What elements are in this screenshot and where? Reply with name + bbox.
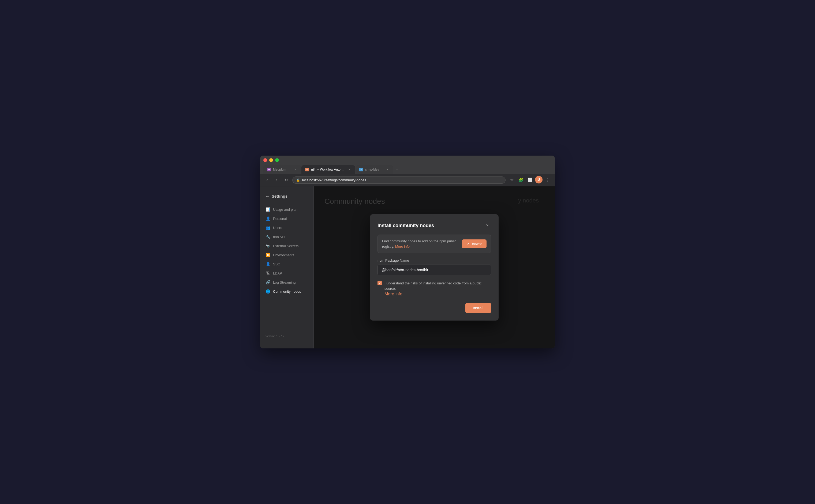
- install-modal: Install community nodes × Find community…: [370, 214, 499, 321]
- risk-checkbox[interactable]: ✓: [377, 281, 382, 285]
- more-info-link[interactable]: More info: [395, 245, 410, 249]
- modal-close-button[interactable]: ×: [484, 222, 491, 229]
- sidebar-item-log-streaming[interactable]: 🔗 Log Streaming: [260, 278, 313, 287]
- npm-input[interactable]: [377, 265, 491, 275]
- api-label: n8n API: [273, 235, 285, 239]
- sidebar-item-sso[interactable]: 👤 SSO: [260, 259, 313, 269]
- reload-button[interactable]: ↻: [283, 176, 290, 184]
- api-icon: 🔧: [265, 234, 270, 239]
- sidebar-item-community-nodes[interactable]: 🌐 Community nodes: [260, 287, 313, 296]
- info-text: Find community nodes to add on the npm p…: [382, 239, 459, 249]
- sidebar-item-usage-and-plan[interactable]: 📊 Usage and plan: [260, 205, 313, 214]
- tab-medplum[interactable]: M Medplum ✕: [263, 165, 301, 174]
- browse-button[interactable]: ↗ Browse: [462, 239, 487, 248]
- menu-icon[interactable]: ⋮: [544, 176, 552, 184]
- tabs-bar: M Medplum ✕ n8 n8n – Workflow Automation…: [263, 165, 552, 174]
- maximize-traffic-light[interactable]: [275, 158, 279, 162]
- browser-chrome: M Medplum ✕ n8 n8n – Workflow Automation…: [260, 156, 555, 174]
- sidebar-item-ldap[interactable]: 🏗 LDAP: [260, 269, 313, 278]
- sso-label: SSO: [273, 262, 280, 266]
- modal-overlay: Install community nodes × Find community…: [314, 186, 555, 348]
- sidebar-item-personal[interactable]: 👤 Personal: [260, 214, 313, 223]
- tab-close-n8n[interactable]: ✕: [347, 167, 351, 172]
- checkmark-icon: ✓: [378, 281, 381, 285]
- sidebar-item-environments[interactable]: 🔀 Environments: [260, 250, 313, 259]
- sidebar-item-n8n-api[interactable]: 🔧 n8n API: [260, 232, 313, 241]
- sidebar-item-external-secrets[interactable]: 📷 External Secrets: [260, 241, 313, 250]
- environments-label: Environments: [273, 253, 294, 257]
- tab-title-n8n: n8n – Workflow Automation: [311, 168, 345, 171]
- traffic-lights: [263, 158, 552, 162]
- personal-label: Personal: [273, 217, 287, 221]
- sso-icon: 👤: [265, 262, 270, 266]
- browser-window: M Medplum ✕ n8 n8n – Workflow Automation…: [260, 156, 555, 348]
- sidebar-back-button[interactable]: ← Settings: [260, 192, 313, 201]
- tab-title-smtp: smtp4dev: [365, 168, 383, 171]
- tab-n8n[interactable]: n8 n8n – Workflow Automation ✕: [301, 165, 355, 174]
- checkbox-row: ✓ I understand the risks of installing u…: [377, 281, 491, 296]
- log-streaming-icon: 🔗: [265, 280, 270, 285]
- tab-title-medplum: Medplum: [273, 168, 291, 171]
- tab-close-smtp[interactable]: ✕: [385, 167, 389, 172]
- usage-label: Usage and plan: [273, 208, 297, 212]
- version-text: Version 1.27.2: [260, 329, 313, 343]
- address-text: localhost:5678/settings/community-nodes: [302, 178, 366, 182]
- settings-label: Settings: [272, 194, 287, 198]
- ldap-label: LDAP: [273, 271, 282, 275]
- users-icon: 👥: [265, 225, 270, 230]
- npm-label: npm Package Name: [377, 258, 491, 262]
- install-button[interactable]: Install: [466, 303, 491, 313]
- environments-icon: 🔀: [265, 253, 270, 257]
- address-bar-row: ‹ › ↻ 🔒 localhost:5678/settings/communit…: [260, 174, 555, 186]
- info-box: Find community nodes to add on the npm p…: [377, 235, 491, 253]
- community-nodes-icon: 🌐: [265, 289, 270, 294]
- sidebar-item-users[interactable]: 👥 Users: [260, 223, 313, 232]
- minimize-traffic-light[interactable]: [269, 158, 273, 162]
- checkbox-text: I understand the risks of installing unv…: [384, 281, 491, 296]
- info-description: Find community nodes to add on the npm p…: [382, 239, 456, 249]
- modal-title: Install community nodes: [377, 223, 434, 228]
- bookmark-icon[interactable]: ☆: [508, 176, 516, 184]
- secrets-label: External Secrets: [273, 244, 298, 248]
- tab-close-medplum[interactable]: ✕: [293, 167, 297, 172]
- checkbox-label: I understand the risks of installing unv…: [384, 281, 482, 291]
- lock-icon: 🔒: [296, 178, 300, 182]
- browser-body: ← Settings 📊 Usage and plan 👤 Personal 👥…: [260, 186, 555, 348]
- sidebar-toggle-icon[interactable]: ⬜: [526, 176, 534, 184]
- secrets-icon: 📷: [265, 243, 270, 248]
- tab-smtp4dev[interactable]: S smtp4dev ✕: [355, 165, 393, 174]
- modal-footer: Install: [377, 303, 491, 313]
- checkbox-more-info-link[interactable]: More info: [384, 292, 491, 296]
- tab-favicon-smtp: S: [359, 168, 363, 171]
- back-button[interactable]: ‹: [263, 176, 271, 184]
- page-content: Community nodes y nodes Install communit…: [314, 186, 555, 348]
- address-field[interactable]: 🔒 localhost:5678/settings/community-node…: [292, 176, 506, 184]
- close-traffic-light[interactable]: [263, 158, 267, 162]
- extension-icon[interactable]: 🧩: [517, 176, 525, 184]
- toolbar-right: ☆ 🧩 ⬜ U ⋮: [508, 176, 552, 184]
- browse-label: Browse: [471, 242, 482, 246]
- browse-icon: ↗: [466, 242, 469, 246]
- sidebar: ← Settings 📊 Usage and plan 👤 Personal 👥…: [260, 186, 314, 348]
- log-streaming-label: Log Streaming: [273, 280, 296, 284]
- new-tab-button[interactable]: +: [393, 165, 400, 174]
- ldap-icon: 🏗: [265, 271, 270, 276]
- tab-favicon-medplum: M: [267, 168, 271, 171]
- users-label: Users: [273, 226, 282, 230]
- modal-header: Install community nodes ×: [377, 222, 491, 229]
- back-arrow-icon: ←: [265, 194, 269, 198]
- community-nodes-label: Community nodes: [273, 289, 301, 294]
- usage-icon: 📊: [265, 207, 270, 212]
- personal-icon: 👤: [265, 216, 270, 221]
- forward-button[interactable]: ›: [273, 176, 280, 184]
- tab-favicon-n8n: n8: [305, 168, 309, 171]
- profile-avatar[interactable]: U: [535, 176, 543, 183]
